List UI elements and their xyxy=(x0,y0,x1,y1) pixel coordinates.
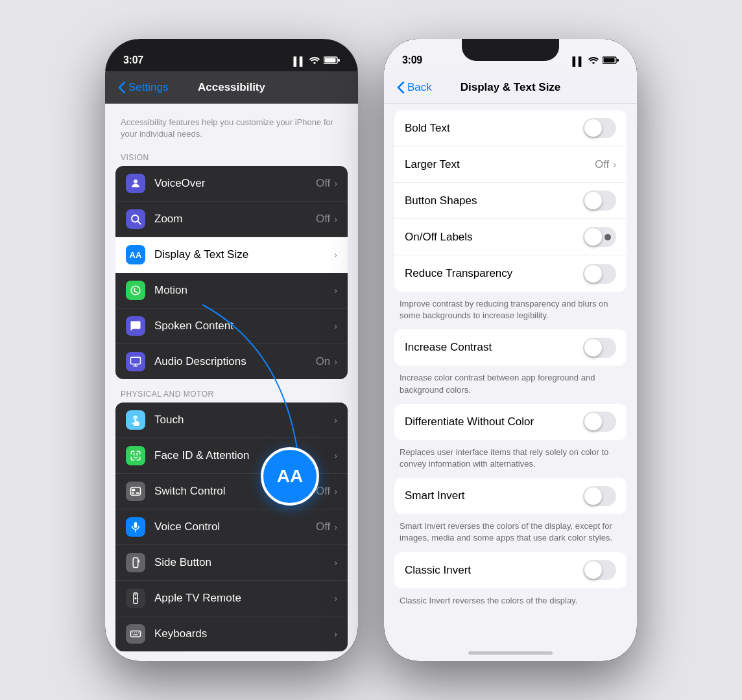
increase-contrast-desc: Increase color contrast between app fore… xyxy=(384,368,637,403)
differentiate-toggle[interactable] xyxy=(583,412,616,432)
back-button-right[interactable]: Back xyxy=(397,81,432,94)
increase-contrast-toggle[interactable] xyxy=(583,338,616,358)
physical-motor-list-group: Touch › Face ID & Attention › xyxy=(115,402,348,651)
status-time-left: 3:07 xyxy=(123,54,143,66)
side-button-chevron: › xyxy=(334,557,337,568)
bold-text-label: Bold Text xyxy=(405,122,583,135)
larger-text-label: Larger Text xyxy=(405,158,595,171)
status-icons-right: ▌▌ xyxy=(573,56,619,66)
keyboards-item[interactable]: Keyboards › xyxy=(115,616,348,651)
onoff-labels-toggle[interactable] xyxy=(583,227,616,247)
back-button-left[interactable]: Settings xyxy=(118,81,168,94)
back-label-right: Back xyxy=(407,81,432,94)
display-text-size-item[interactable]: AA Display & Text Size › xyxy=(115,237,348,273)
display-icon: AA xyxy=(126,245,145,264)
audio-desc-icon xyxy=(126,352,145,371)
touch-label: Touch xyxy=(154,414,334,426)
left-scroll-content[interactable]: Accessibility features help you customiz… xyxy=(105,104,358,661)
zoom-icon xyxy=(126,209,145,229)
classic-invert-item[interactable]: Classic Invert xyxy=(394,552,627,589)
spoken-content-chevron: › xyxy=(334,321,337,331)
audio-desc-item[interactable]: Audio Descriptions On › xyxy=(115,344,348,379)
classic-invert-label: Classic Invert xyxy=(405,564,583,577)
side-button-icon xyxy=(126,553,145,572)
zoom-item[interactable]: Zoom Off › xyxy=(115,202,348,237)
audio-desc-chevron: › xyxy=(334,356,337,367)
wifi-icon-left xyxy=(309,56,320,66)
keyboards-chevron: › xyxy=(334,629,337,639)
wifi-icon-right xyxy=(588,56,599,66)
side-button-item[interactable]: Side Button › xyxy=(115,545,348,581)
touch-item[interactable]: Touch › xyxy=(115,402,348,438)
zoom-chevron: › xyxy=(334,214,337,224)
bold-text-item[interactable]: Bold Text xyxy=(394,110,627,146)
signal-icon-right: ▌▌ xyxy=(573,56,584,66)
right-scroll-content[interactable]: Bold Text Larger Text Off › Button Shape… xyxy=(384,104,637,661)
status-icons-left: ▌▌ xyxy=(294,56,340,66)
touch-chevron: › xyxy=(334,415,337,425)
classic-invert-desc: Classic Invert reverses the colors of th… xyxy=(384,591,637,614)
motion-item[interactable]: Motion › xyxy=(115,273,348,309)
differentiate-item[interactable]: Differentiate Without Color xyxy=(394,404,627,440)
reduce-transparency-desc: Improve contrast by reducing transparenc… xyxy=(384,294,637,329)
status-time-right: 3:09 xyxy=(402,54,422,66)
smart-invert-desc: Smart Invert reverses the colors of the … xyxy=(384,517,637,552)
smart-invert-label: Smart Invert xyxy=(405,489,583,502)
motion-chevron: › xyxy=(334,285,337,296)
display-group-2: Increase Contrast xyxy=(394,329,627,366)
svg-rect-9 xyxy=(132,493,134,494)
button-shapes-toggle[interactable] xyxy=(583,191,616,211)
smart-invert-item[interactable]: Smart Invert xyxy=(394,478,627,514)
reduce-transparency-item[interactable]: Reduce Transparency xyxy=(394,255,627,292)
voice-control-label: Voice Control xyxy=(154,520,316,533)
svg-rect-1 xyxy=(338,59,340,62)
notch xyxy=(183,39,280,61)
voice-control-item[interactable]: Voice Control Off › xyxy=(115,509,348,545)
keyboards-label: Keyboards xyxy=(154,627,334,640)
motion-icon xyxy=(126,281,145,300)
home-indicator-left xyxy=(189,651,274,655)
reduce-transparency-toggle[interactable] xyxy=(583,264,616,284)
switch-control-value: Off xyxy=(316,485,330,498)
back-label-left: Settings xyxy=(128,81,168,94)
voiceover-icon xyxy=(126,174,145,193)
aa-floating-badge: AA xyxy=(261,447,319,506)
smart-invert-toggle[interactable] xyxy=(583,486,616,506)
button-shapes-label: Button Shapes xyxy=(405,194,583,207)
larger-text-item[interactable]: Larger Text Off › xyxy=(394,146,627,183)
appletv-remote-item[interactable]: Apple TV Remote › xyxy=(115,581,348,616)
spoken-content-item[interactable]: Spoken Content › xyxy=(115,309,348,344)
svg-rect-16 xyxy=(135,594,137,596)
classic-invert-toggle[interactable] xyxy=(583,560,616,580)
button-shapes-item[interactable]: Button Shapes xyxy=(394,183,627,219)
appletv-remote-chevron: › xyxy=(334,593,337,603)
display-text-size-chevron: › xyxy=(334,250,337,260)
physical-motor-header: PHYSICAL AND MOTOR xyxy=(105,384,358,402)
vision-section-header: VISION xyxy=(105,148,358,166)
keyboards-icon xyxy=(126,624,145,644)
display-group-4: Smart Invert xyxy=(394,478,627,514)
appletv-remote-label: Apple TV Remote xyxy=(154,592,334,605)
signal-icon-left: ▌▌ xyxy=(294,56,305,66)
voiceover-label: VoiceOver xyxy=(154,177,316,190)
svg-rect-13 xyxy=(133,558,138,568)
onoff-labels-label: On/Off Labels xyxy=(405,231,583,244)
differentiate-desc: Replaces user interface items that rely … xyxy=(384,443,637,478)
voiceover-item[interactable]: VoiceOver Off › xyxy=(115,166,348,202)
switch-control-chevron: › xyxy=(334,486,337,496)
faceid-icon xyxy=(126,446,145,465)
nav-title-left: Accessibility xyxy=(198,81,265,94)
onoff-labels-item[interactable]: On/Off Labels xyxy=(394,219,627,255)
svg-rect-18 xyxy=(131,631,141,637)
larger-text-chevron: › xyxy=(613,159,616,170)
increase-contrast-label: Increase Contrast xyxy=(405,341,583,354)
vision-list-group: VoiceOver Off › Zoom Off xyxy=(115,166,348,379)
svg-rect-2 xyxy=(325,58,336,63)
left-phone: 3:07 ▌▌ xyxy=(105,39,358,661)
svg-rect-10 xyxy=(136,493,139,494)
zoom-value: Off xyxy=(316,213,330,226)
reduce-transparency-label: Reduce Transparency xyxy=(405,267,583,280)
increase-contrast-item[interactable]: Increase Contrast xyxy=(394,329,627,366)
battery-icon-right xyxy=(603,56,619,66)
bold-text-toggle[interactable] xyxy=(583,118,616,138)
